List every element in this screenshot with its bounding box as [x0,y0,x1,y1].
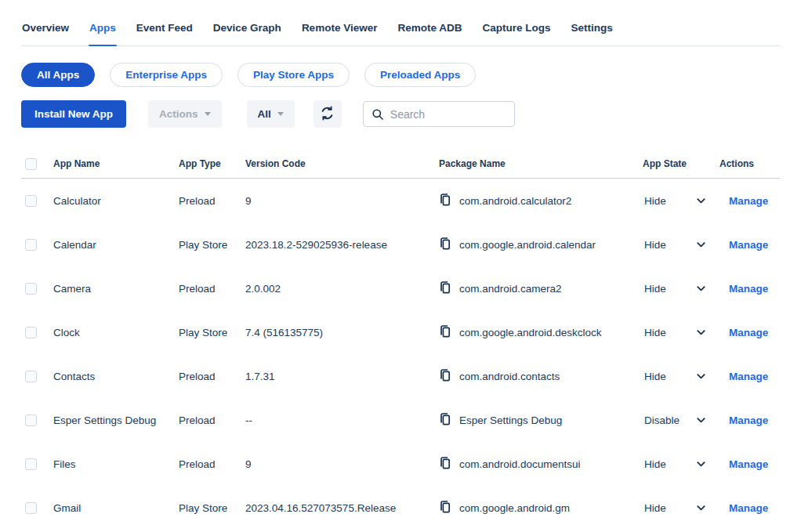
tab-remote-viewer[interactable]: Remote Viewer [301,22,379,45]
app-state-dropdown[interactable]: Hide [643,283,707,295]
refresh-button[interactable] [314,100,342,128]
manage-link[interactable]: Manage [729,414,768,426]
package-name-cell: com.android.contacts [439,368,643,385]
copy-icon [439,412,451,429]
copy-icon [439,456,451,472]
tab-capture-logs[interactable]: Capture Logs [481,22,551,45]
package-name-text: com.android.contacts [459,371,560,382]
chevron-down-icon [695,195,707,207]
caret-down-icon [277,112,284,116]
refresh-icon [320,106,335,123]
copy-package-button[interactable] [439,193,451,209]
chevron-down-icon [695,327,707,338]
table-header-row: App Name App Type Version Code Package N… [21,150,780,179]
manage-link[interactable]: Manage [729,195,768,207]
manage-link[interactable]: Manage [729,239,768,251]
filter-pill-preloaded-apps[interactable]: Preloaded Apps [364,63,476,87]
app-type-cell: Preload [179,414,245,426]
chevron-down-icon [695,458,707,470]
tab-device-graph[interactable]: Device Graph [212,22,282,45]
scope-filter-value: All [258,108,271,120]
copy-package-button[interactable] [439,412,451,429]
copy-package-button[interactable] [439,368,451,385]
app-name-cell: Files [53,458,179,470]
app-name-cell: Gmail [53,502,179,514]
package-name-cell: com.google.android.calendar [439,237,643,253]
tab-settings[interactable]: Settings [570,22,613,45]
app-state-value: Hide [644,195,666,207]
package-name-text: com.google.android.gm [459,502,570,514]
app-state-dropdown[interactable]: Hide [643,327,707,338]
app-state-dropdown[interactable]: Hide [643,458,707,470]
copy-package-button[interactable] [439,237,451,253]
package-name-cell: Esper Settings Debug [439,412,643,429]
manage-link[interactable]: Manage [729,502,768,514]
app-name-cell: Calculator [53,195,179,207]
manage-link[interactable]: Manage [729,283,768,295]
actions-dropdown-label: Actions [159,108,198,120]
search-input[interactable] [390,108,506,121]
tab-overview[interactable]: Overview [21,22,70,45]
row-checkbox[interactable] [25,283,37,295]
row-checkbox[interactable] [25,327,37,338]
install-new-app-button[interactable]: Install New App [21,100,126,128]
app-state-value: Hide [644,239,666,251]
column-header-app-name: App Name [53,158,179,169]
app-name-cell: Camera [53,283,179,295]
table-row-contacts: Contacts Preload 1.7.31 com.a [21,354,780,398]
package-name-text: com.google.android.calendar [459,239,596,251]
app-type-cell: Preload [179,283,245,295]
manage-link[interactable]: Manage [729,458,768,470]
actions-dropdown-button[interactable]: Actions [148,100,222,128]
row-checkbox[interactable] [25,458,37,470]
table-row-gmail: Gmail Play Store 2023.04.16.527073575.Re… [21,486,780,530]
row-checkbox[interactable] [25,371,37,382]
filter-pill-enterprise-apps[interactable]: Enterprise Apps [110,63,223,87]
version-code-cell: 9 [245,195,439,207]
app-state-dropdown[interactable]: Hide [643,502,707,514]
copy-icon [439,193,451,209]
app-state-value: Disable [644,414,680,426]
app-state-dropdown[interactable]: Disable [643,414,707,426]
app-state-dropdown[interactable]: Hide [643,239,707,251]
version-code-cell: 2023.18.2-529025936-release [245,239,439,251]
app-name-cell: Calendar [53,239,179,251]
table-row-clock: Clock Play Store 7.4 (516135775) [21,310,780,354]
table-row-esper-settings-debug: Esper Settings Debug Preload -- [21,398,780,442]
package-name-text: Esper Settings Debug [459,414,562,426]
package-name-cell: com.google.android.gm [439,500,643,516]
row-checkbox[interactable] [25,414,37,426]
manage-link[interactable]: Manage [729,327,768,338]
version-code-cell: 7.4 (516135775) [245,327,439,338]
copy-package-button[interactable] [439,500,451,516]
package-name-text: com.android.documentsui [459,458,581,470]
table-row-files: Files Preload 9 com.android.d [21,442,780,486]
device-apps-page: Overview Apps Event Feed Device Graph Re… [0,0,801,532]
filter-pill-all-apps[interactable]: All Apps [21,63,95,87]
caret-down-icon [205,112,211,116]
version-code-cell: 2.0.002 [245,283,439,295]
tab-event-feed[interactable]: Event Feed [136,22,194,45]
tab-remote-adb[interactable]: Remote ADB [397,22,462,45]
tab-apps[interactable]: Apps [89,22,117,45]
app-type-cell: Preload [179,458,245,470]
copy-package-button[interactable] [439,324,451,341]
copy-package-button[interactable] [439,280,451,297]
row-checkbox[interactable] [25,502,37,514]
column-header-actions: Actions [717,158,780,169]
package-name-text: com.android.calculator2 [459,195,571,207]
manage-link[interactable]: Manage [729,371,768,382]
select-all-checkbox[interactable] [25,158,37,170]
copy-package-button[interactable] [439,456,451,472]
app-state-dropdown[interactable]: Hide [643,371,707,382]
app-state-dropdown[interactable]: Hide [643,195,707,207]
row-checkbox[interactable] [25,239,37,251]
apps-toolbar: Install New App Actions All [21,100,780,128]
filter-pill-play-store-apps[interactable]: Play Store Apps [237,63,350,87]
copy-icon [439,324,451,341]
row-checkbox[interactable] [25,195,37,207]
version-code-cell: 2023.04.16.527073575.Release [245,502,439,514]
tab-bar: Overview Apps Event Feed Device Graph Re… [21,0,780,46]
app-type-cell: Play Store [179,502,245,514]
scope-filter-dropdown[interactable]: All [247,100,295,128]
